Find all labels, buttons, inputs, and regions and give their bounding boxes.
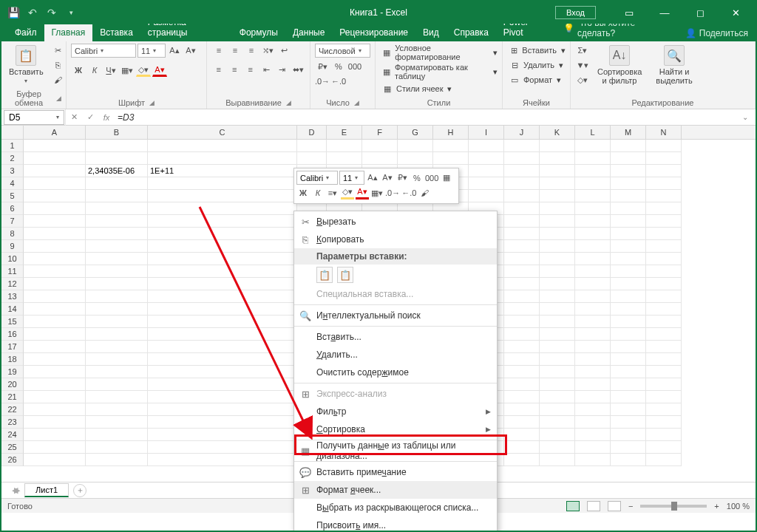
tab-data[interactable]: Данные [285, 24, 332, 41]
cell[interactable] [24, 341, 86, 353]
cell[interactable]: 1E+11 [148, 165, 297, 177]
cell[interactable] [575, 152, 611, 165]
row-header[interactable]: 19 [1, 366, 24, 378]
cell[interactable] [86, 429, 148, 441]
cell[interactable] [148, 177, 297, 190]
cell[interactable] [24, 228, 86, 240]
ctx-copy[interactable]: ⎘Копировать [294, 231, 497, 248]
cell[interactable] [540, 328, 575, 341]
row-header[interactable]: 2 [1, 152, 24, 165]
cell[interactable] [540, 240, 575, 253]
number-format-combo[interactable]: Числовой▾ [315, 44, 370, 58]
mini-dec-dec-icon[interactable]: ←.0 [401, 186, 416, 200]
cell[interactable] [504, 240, 540, 253]
ctx-insert-comment[interactable]: 💬Вставить примечание [294, 463, 497, 481]
col-header-E[interactable]: E [327, 126, 362, 139]
cell[interactable] [575, 177, 611, 190]
name-box[interactable]: D5▾ [4, 110, 64, 125]
bold-button[interactable]: Ж [71, 64, 86, 77]
font-size-combo[interactable]: 11▾ [138, 44, 166, 58]
save-icon[interactable]: 💾 [4, 4, 22, 21]
cell[interactable] [611, 152, 646, 165]
cell[interactable] [86, 403, 148, 416]
row-header[interactable]: 7 [1, 215, 24, 228]
row-header[interactable]: 13 [1, 290, 24, 303]
cell[interactable] [575, 190, 611, 202]
cell[interactable] [540, 416, 575, 429]
cell[interactable] [646, 416, 682, 429]
cell[interactable] [575, 429, 611, 441]
cell[interactable] [540, 391, 575, 403]
align-right-icon[interactable]: ≡ [243, 63, 258, 76]
cell[interactable] [148, 278, 297, 290]
percent-icon[interactable]: % [331, 60, 346, 73]
row-header[interactable]: 18 [1, 353, 24, 366]
number-launcher-icon[interactable]: ◢ [354, 99, 359, 106]
cell[interactable] [611, 290, 646, 303]
cell[interactable] [504, 316, 540, 328]
cell[interactable] [540, 303, 575, 316]
italic-button[interactable]: К [87, 64, 102, 77]
login-button[interactable]: Вход [555, 6, 596, 19]
row-header[interactable]: 3 [1, 165, 24, 177]
cut-icon[interactable]: ✂ [51, 44, 66, 57]
cell[interactable] [148, 391, 297, 403]
cell[interactable] [575, 265, 611, 278]
cell[interactable] [611, 202, 646, 215]
cell[interactable] [540, 152, 575, 165]
col-header-N[interactable]: N [646, 126, 682, 139]
underline-button[interactable]: Ч▾ [103, 64, 118, 77]
close-button[interactable]: ✕ [719, 1, 753, 24]
insert-cells-button[interactable]: ⊞Вставить▾ [507, 44, 566, 57]
cell[interactable] [540, 140, 575, 152]
cond-format-button[interactable]: ▦Условное форматирование▾ [380, 44, 498, 61]
borders-icon[interactable]: ▦▾ [120, 64, 135, 77]
cell[interactable] [469, 190, 504, 202]
cell[interactable] [575, 253, 611, 265]
view-normal-icon[interactable] [566, 501, 580, 511]
shrink-font-icon[interactable]: A▾ [183, 44, 198, 58]
cell[interactable] [24, 416, 86, 429]
cell[interactable] [24, 240, 86, 253]
cell[interactable] [575, 391, 611, 403]
cell[interactable] [469, 177, 504, 190]
cell[interactable] [540, 454, 575, 466]
align-middle-icon[interactable]: ≡ [228, 44, 242, 57]
cell[interactable] [646, 202, 682, 215]
cell[interactable] [646, 316, 682, 328]
row-header[interactable]: 6 [1, 202, 24, 215]
cell[interactable] [24, 429, 86, 441]
tab-formulas[interactable]: Формулы [232, 24, 285, 41]
row-header[interactable]: 10 [1, 253, 24, 265]
cell[interactable] [646, 341, 682, 353]
orientation-icon[interactable]: ⤭▾ [260, 44, 275, 57]
cell[interactable] [646, 303, 682, 316]
tab-view[interactable]: Вид [415, 24, 447, 41]
zoom-level[interactable]: 100 % [727, 502, 750, 511]
cell[interactable] [646, 190, 682, 202]
maximize-button[interactable]: ◻ [683, 1, 717, 24]
ribbon-options-icon[interactable]: ▭ [612, 1, 646, 24]
cell[interactable] [540, 290, 575, 303]
ctx-filter[interactable]: Фильтр▶ [294, 403, 497, 420]
font-name-combo[interactable]: Calibri▾ [71, 44, 136, 58]
cell[interactable] [575, 378, 611, 391]
cell[interactable] [646, 353, 682, 366]
paste-button[interactable]: 📋 Вставить ▾ [6, 44, 47, 86]
cell[interactable] [86, 316, 148, 328]
cell[interactable] [504, 215, 540, 228]
font-color-icon[interactable]: A▾ [152, 64, 167, 77]
ctx-get-data[interactable]: ▦Получить данные из таблицы или диапазон… [294, 442, 497, 460]
cell[interactable] [504, 190, 540, 202]
format-cells-button[interactable]: ▭Формат▾ [507, 73, 566, 86]
autosum-icon[interactable]: Σ▾ [575, 44, 590, 57]
cell[interactable] [611, 303, 646, 316]
cell[interactable] [540, 228, 575, 240]
mini-borders-icon[interactable]: ▦ [440, 171, 453, 185]
mini-font-color-icon[interactable]: A▾ [356, 186, 369, 200]
paste-opt-values[interactable]: 📋 [337, 267, 353, 283]
cell[interactable] [646, 140, 682, 152]
cell[interactable] [611, 240, 646, 253]
cell[interactable] [86, 152, 148, 165]
cell[interactable] [611, 441, 646, 454]
